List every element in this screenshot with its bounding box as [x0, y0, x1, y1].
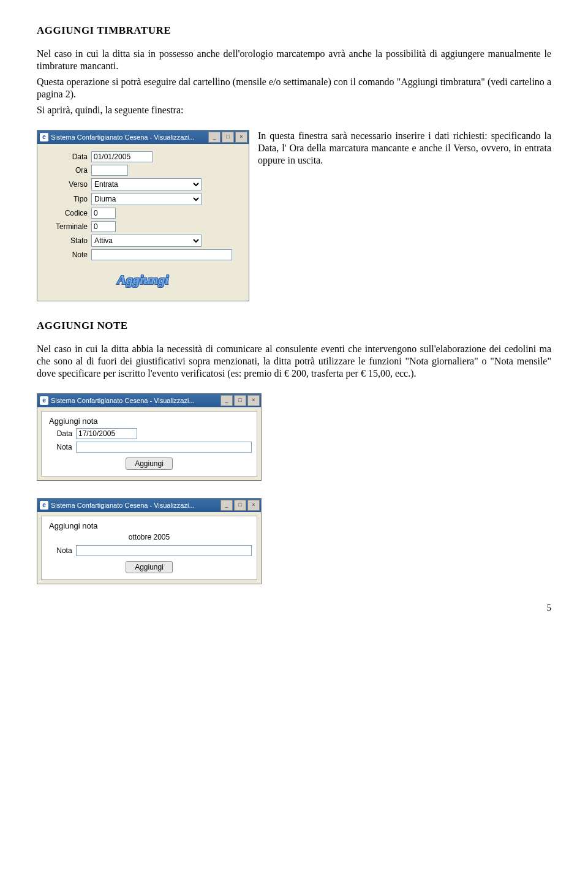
heading-aggiungi-timbrature: AGGIUNGI TIMBRATURE [37, 24, 551, 37]
titlebar[interactable]: e Sistema Confartigianato Cesena - Visua… [37, 130, 249, 144]
aggiungi-button[interactable]: Aggiungi [126, 561, 173, 573]
dialog-aggiungi-nota-mensile: e Sistema Confartigianato Cesena - Visua… [37, 498, 262, 584]
aggiungi-button[interactable]: Aggiungi [126, 458, 173, 470]
label-codice: Codice [43, 209, 91, 217]
tipo-select[interactable]: Diurna [91, 193, 202, 205]
stato-select[interactable]: Attiva [91, 235, 202, 247]
ie-icon: e [40, 501, 48, 510]
para-text: Si aprirà, quindi, la seguente finestra: [37, 104, 551, 116]
label-data: Data [43, 153, 91, 161]
para-text: Nel caso in cui la ditta abbia la necess… [37, 343, 551, 380]
month-label: ottobre 2005 [47, 533, 252, 541]
form-heading: Aggiungi nota [49, 521, 252, 530]
dialog-aggiungi-timbratura: e Sistema Confartigianato Cesena - Visua… [37, 130, 249, 301]
maximize-button[interactable]: □ [234, 500, 246, 511]
minimize-button[interactable]: _ [208, 132, 221, 143]
window-title: Sistema Confartigianato Cesena - Visuali… [51, 502, 195, 509]
minimize-button[interactable]: _ [221, 500, 233, 511]
label-tipo: Tipo [43, 195, 91, 203]
ora-field[interactable] [91, 165, 128, 176]
close-button[interactable]: × [235, 132, 247, 143]
maximize-button[interactable]: □ [222, 132, 234, 143]
terminale-field[interactable] [91, 221, 116, 232]
ie-icon: e [40, 396, 48, 405]
minimize-button[interactable]: _ [221, 395, 233, 406]
label-nota: Nota [47, 443, 76, 451]
label-data: Data [47, 429, 76, 438]
para-text: Nel caso in cui la ditta sia in possesso… [37, 48, 551, 72]
label-nota: Nota [47, 546, 76, 555]
form-heading: Aggiungi nota [49, 416, 252, 426]
close-button[interactable]: × [247, 500, 260, 511]
codice-field[interactable] [91, 208, 116, 219]
page-number: 5 [37, 603, 551, 613]
label-ora: Ora [43, 166, 91, 175]
maximize-button[interactable]: □ [234, 395, 246, 406]
note-field[interactable] [91, 249, 232, 260]
data-field[interactable] [76, 428, 137, 439]
heading-aggiungi-note: AGGIUNGI NOTE [37, 320, 551, 332]
titlebar[interactable]: e Sistema Confartigianato Cesena - Visua… [37, 394, 261, 407]
label-terminale: Terminale [43, 222, 91, 231]
nota-field[interactable] [76, 442, 252, 453]
ie-icon: e [40, 133, 48, 141]
side-explanation: In questa finestra sarà necessario inser… [258, 130, 551, 167]
data-field[interactable] [91, 151, 153, 162]
dialog-aggiungi-nota-giornaliera: e Sistema Confartigianato Cesena - Visua… [37, 393, 262, 481]
window-title: Sistema Confartigianato Cesena - Visuali… [51, 397, 195, 404]
close-button[interactable]: × [247, 395, 260, 406]
aggiungi-button[interactable]: Aggiungi [113, 271, 172, 288]
para-text: Questa operazione si potrà eseguire dal … [37, 76, 551, 100]
verso-select[interactable]: Entrata [91, 178, 202, 190]
label-note: Note [43, 250, 91, 259]
window-title: Sistema Confartigianato Cesena - Visuali… [51, 134, 195, 141]
nota-field[interactable] [76, 545, 252, 556]
label-stato: Stato [43, 236, 91, 245]
label-verso: Verso [43, 180, 91, 189]
titlebar[interactable]: e Sistema Confartigianato Cesena - Visua… [37, 499, 261, 512]
